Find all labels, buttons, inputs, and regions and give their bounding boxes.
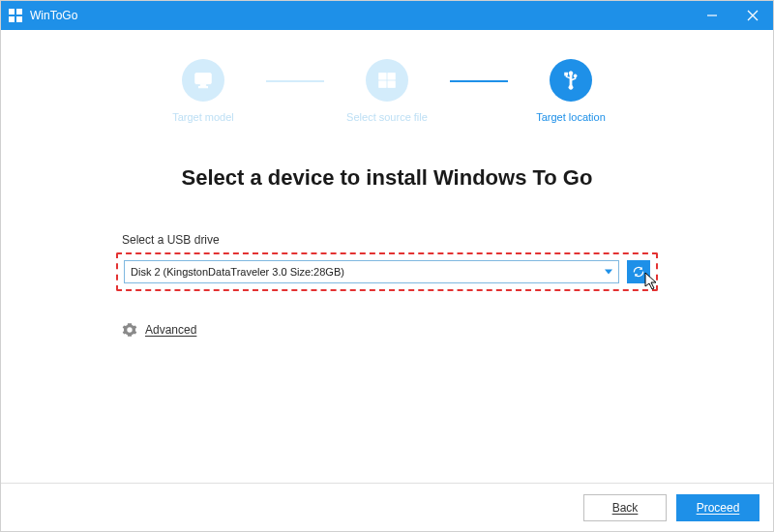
svg-point-18: [574, 74, 577, 77]
chevron-down-icon: [605, 270, 612, 275]
svg-rect-7: [195, 74, 212, 84]
footer: Back Proceed: [1, 483, 773, 531]
content-area: Target model Select source file Target l…: [1, 30, 773, 483]
svg-rect-3: [16, 16, 22, 22]
refresh-button[interactable]: [627, 260, 650, 283]
monitor-icon: [182, 59, 224, 102]
svg-rect-17: [565, 73, 568, 75]
svg-rect-2: [9, 16, 15, 22]
step-target-location: Target location: [508, 59, 634, 123]
dropdown-value: Disk 2 (KingstonDataTraveler 3.0 Size:28…: [131, 266, 344, 278]
svg-rect-9: [198, 86, 207, 87]
step-target-model: Target model: [140, 59, 266, 123]
svg-rect-12: [379, 81, 386, 87]
advanced-label: Advanced: [145, 323, 196, 337]
page-title: Select a device to install Windows To Go: [182, 165, 593, 191]
step-connector: [450, 80, 508, 82]
svg-rect-1: [16, 9, 22, 15]
windows-icon: [366, 59, 408, 102]
proceed-button[interactable]: Proceed: [676, 494, 759, 521]
back-button[interactable]: Back: [583, 494, 667, 521]
app-icon: [7, 7, 24, 24]
svg-rect-0: [9, 9, 15, 15]
button-label: Proceed: [697, 501, 740, 515]
step-label: Target location: [536, 111, 606, 123]
field-label: Select a USB drive: [122, 233, 658, 247]
usb-drive-select[interactable]: Disk 2 (KingstonDataTraveler 3.0 Size:28…: [124, 260, 619, 283]
svg-point-16: [569, 85, 573, 89]
minimize-button[interactable]: [692, 1, 732, 30]
svg-rect-10: [379, 74, 386, 79]
step-label: Target model: [172, 111, 234, 123]
step-select-source: Select source file: [324, 59, 450, 123]
highlight-annotation: Disk 2 (KingstonDataTraveler 3.0 Size:28…: [116, 252, 658, 291]
step-connector: [266, 80, 324, 82]
button-label: Back: [612, 501, 639, 515]
svg-rect-13: [388, 81, 395, 87]
form-area: Select a USB drive Disk 2 (KingstonDataT…: [116, 233, 658, 338]
svg-rect-11: [388, 74, 395, 79]
close-button[interactable]: [732, 1, 773, 30]
advanced-link[interactable]: Advanced: [122, 322, 658, 338]
gear-icon: [122, 322, 137, 338]
stepper: Target model Select source file Target l…: [140, 59, 634, 123]
window-title: WinToGo: [30, 9, 77, 22]
titlebar: WinToGo: [1, 1, 773, 30]
usb-icon: [550, 59, 592, 102]
step-label: Select source file: [346, 111, 428, 123]
